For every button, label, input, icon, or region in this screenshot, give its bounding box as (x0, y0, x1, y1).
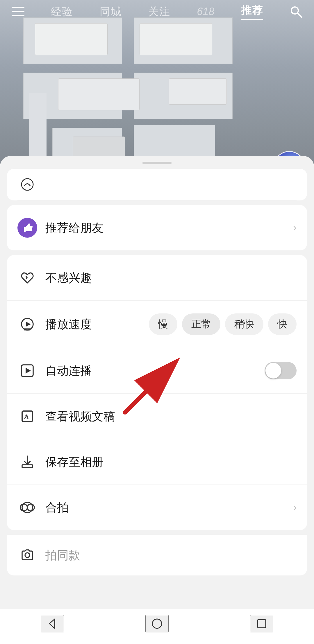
play-speed-icon (17, 314, 37, 334)
autoplay-toggle[interactable] (265, 362, 297, 379)
collab-icon (17, 498, 37, 517)
not-interested-item[interactable]: 不感兴趣 (7, 255, 307, 301)
recommend-card: 推荐给朋友 › (7, 205, 307, 250)
save-album-label: 保存至相册 (45, 454, 297, 470)
svg-marker-11 (26, 368, 31, 374)
home-button[interactable] (145, 615, 169, 632)
transcript-icon: A A (17, 406, 37, 426)
system-navigation (0, 609, 314, 644)
recommend-label: 推荐给朋友 (45, 220, 293, 236)
svg-rect-0 (12, 7, 24, 8)
save-icon (17, 452, 37, 472)
back-button[interactable] (41, 615, 64, 632)
svg-point-21 (25, 553, 30, 557)
recommend-chevron: › (293, 222, 297, 234)
collab-item[interactable]: 合拍 › (7, 485, 307, 530)
playback-speed-label: 播放速度 (45, 316, 149, 332)
svg-rect-2 (12, 15, 24, 16)
settings-card: 不感兴趣 播放速度 慢 正常 稍快 快 (7, 255, 307, 530)
partial-bottom-item[interactable]: 拍同款 (7, 535, 307, 575)
autoplay-icon (17, 361, 37, 381)
recommend-item[interactable]: 推荐给朋友 › (7, 205, 307, 250)
partial-icon (17, 175, 37, 194)
nav-item-experience[interactable]: 经验 (51, 5, 73, 19)
svg-line-4 (297, 13, 302, 17)
camera-icon (17, 545, 37, 565)
svg-point-5 (22, 179, 33, 190)
recent-apps-button[interactable] (250, 615, 273, 632)
top-navigation: 经验 同城 关注 618 推荐 (0, 0, 314, 23)
view-transcript-label: 查看视频文稿 (45, 408, 297, 424)
speed-slightly-fast[interactable]: 稍快 (225, 313, 263, 335)
svg-point-20 (27, 504, 34, 511)
drag-handle[interactable] (142, 162, 172, 164)
thumbs-up-icon (17, 218, 37, 238)
svg-rect-26 (258, 620, 266, 628)
collab-label: 合拍 (45, 500, 293, 516)
svg-text:A: A (24, 413, 28, 420)
autoplay-label: 自动连播 (45, 363, 265, 379)
svg-marker-24 (49, 619, 55, 628)
not-interested-label: 不感兴趣 (45, 270, 297, 286)
save-album-item[interactable]: 保存至相册 (7, 439, 307, 485)
svg-point-25 (152, 619, 162, 628)
svg-rect-1 (12, 11, 24, 12)
nav-item-local[interactable]: 同城 (100, 5, 122, 19)
speed-normal[interactable]: 正常 (182, 313, 220, 335)
collab-chevron: › (293, 501, 297, 514)
heart-broken-icon (17, 268, 37, 288)
speed-slow[interactable]: 慢 (149, 313, 177, 335)
speed-options: 慢 正常 稍快 快 (149, 313, 297, 335)
autoplay-item[interactable]: 自动连播 (7, 348, 307, 394)
playback-speed-item[interactable]: 播放速度 慢 正常 稍快 快 (7, 301, 307, 348)
speed-fast[interactable]: 快 (268, 313, 297, 335)
partial-label: 拍同款 (45, 547, 297, 563)
nav-badge-618[interactable]: 618 (197, 6, 214, 18)
view-transcript-item[interactable]: A A 查看视频文稿 (7, 394, 307, 439)
partial-top-item (7, 169, 307, 200)
menu-icon[interactable] (12, 7, 24, 17)
search-icon[interactable] (290, 5, 302, 18)
nav-item-follow[interactable]: 关注 (148, 5, 170, 19)
bottom-sheet: 推荐给朋友 › 不感兴趣 (0, 156, 314, 644)
svg-marker-7 (26, 322, 31, 327)
toggle-knob (265, 363, 281, 378)
nav-item-recommend[interactable]: 推荐 (241, 3, 263, 20)
svg-rect-17 (22, 465, 33, 468)
